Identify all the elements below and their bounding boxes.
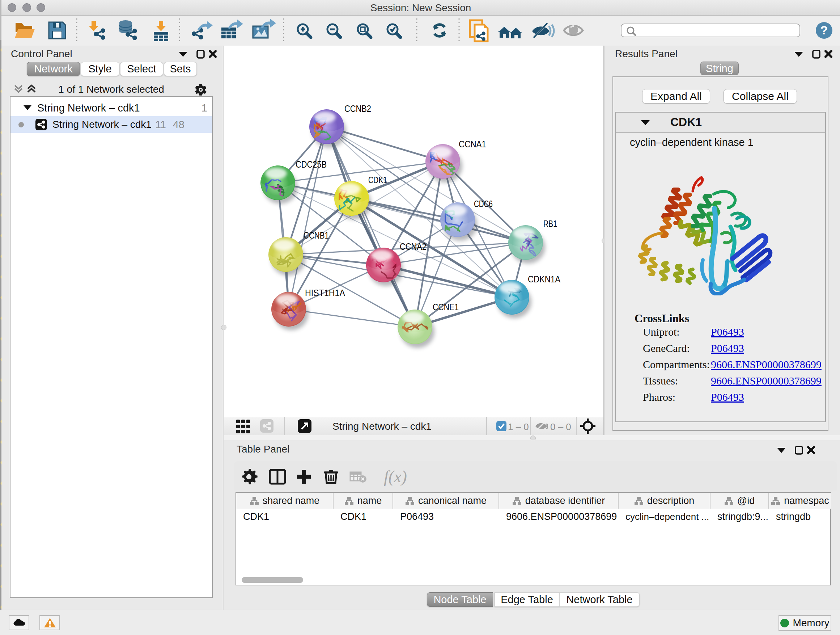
svg-text:CDKN1A: CDKN1A [528, 274, 561, 285]
svg-text:CCNA2: CCNA2 [400, 241, 426, 252]
svg-text:CCNA1: CCNA1 [459, 139, 486, 149]
svg-text:HIST1H1A: HIST1H1A [305, 287, 346, 298]
svg-text:CDK1: CDK1 [368, 174, 387, 185]
svg-text:?: ? [821, 23, 828, 37]
svg-text:CCNB1: CCNB1 [303, 230, 329, 241]
svg-text:CDC25B: CDC25B [295, 159, 327, 170]
svg-text:CCNE1: CCNE1 [433, 302, 459, 312]
svg-text:RB1: RB1 [543, 218, 557, 229]
svg-text:CCNB2: CCNB2 [344, 103, 371, 114]
svg-text:f(x): f(x) [384, 467, 407, 486]
svg-text:CDC6: CDC6 [474, 198, 493, 209]
